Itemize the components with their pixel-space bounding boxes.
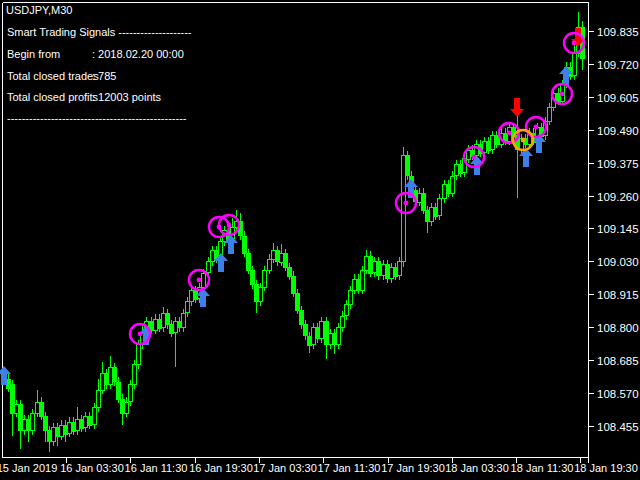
candle-body — [48, 430, 52, 441]
candle-body — [105, 373, 109, 384]
candle-body — [377, 261, 381, 275]
candle-body — [207, 261, 211, 272]
price-axis-label: 109.145 — [597, 223, 639, 235]
candle-body — [284, 253, 288, 267]
info-row-total-trades: Total closed trades: 785 — [7, 70, 116, 82]
candle-body — [166, 313, 170, 324]
candle-body — [117, 382, 121, 399]
candle-body — [31, 413, 35, 430]
candle-body — [304, 324, 308, 335]
candle-body — [56, 427, 60, 436]
candle-body — [60, 425, 64, 436]
candle-body — [247, 253, 251, 270]
candle-body — [296, 293, 300, 310]
candle-body — [422, 193, 426, 210]
candle-body — [93, 407, 97, 424]
candle-body — [329, 333, 333, 344]
candle-body — [365, 256, 369, 270]
candle-body — [320, 321, 324, 338]
info-label: Begin from — [7, 48, 92, 60]
candle-body — [23, 419, 27, 430]
candle-body — [353, 279, 357, 290]
candle-body — [68, 422, 72, 433]
time-axis-label: 18 Jan 11:30 — [511, 462, 574, 474]
candle-body — [133, 364, 137, 384]
time-axis-label: 16 Jan 11:30 — [125, 462, 188, 474]
candle-body — [276, 250, 280, 261]
candle-body — [125, 402, 129, 413]
trade-exit-circle-icon-dot — [534, 125, 539, 130]
info-label: Total closed profits — [7, 91, 92, 103]
candle-body — [255, 284, 259, 301]
candle-body — [150, 321, 154, 330]
candle-body — [382, 264, 386, 275]
candle-body — [316, 327, 320, 338]
candle-body — [300, 310, 304, 324]
candle-body — [369, 256, 373, 273]
candle-body — [341, 316, 345, 327]
candle-body — [7, 379, 11, 388]
candle-body — [211, 250, 215, 261]
candle-body — [259, 287, 263, 301]
sell-arrow-icon — [510, 98, 524, 117]
candle-body — [15, 404, 19, 413]
info-value: : 785 — [92, 70, 116, 82]
candle-body — [97, 390, 101, 407]
candle-body — [349, 290, 353, 304]
candle-body — [390, 267, 394, 278]
trade-exit-circle-icon-dot — [572, 41, 577, 46]
candle-body — [337, 327, 341, 344]
candle-body — [398, 261, 402, 275]
candle-body — [190, 290, 194, 301]
candle-body — [573, 52, 577, 75]
info-value: : 12003 points — [92, 91, 161, 103]
candle-body — [373, 261, 377, 272]
candle-body — [27, 419, 31, 430]
candle-body — [418, 193, 422, 202]
trade-exit-circle-icon-dot — [507, 131, 512, 136]
candle-body — [308, 336, 312, 345]
info-row-total-profits: Total closed profits: 12003 points — [7, 91, 161, 103]
candle-body — [170, 324, 174, 333]
candle-body — [292, 276, 296, 293]
candle-body — [162, 313, 166, 327]
candle-body — [361, 270, 365, 290]
trade-exit-circle-icon-dot — [138, 332, 143, 337]
candle-body — [548, 107, 552, 121]
candle-body — [268, 259, 272, 270]
candle-body — [430, 207, 434, 221]
candle-body — [426, 210, 430, 221]
candle-body — [487, 141, 491, 150]
candle-body — [202, 273, 206, 287]
candle-body — [272, 250, 276, 259]
price-axis-label: 108.685 — [597, 355, 639, 367]
candle-body — [406, 155, 410, 175]
candle-body — [434, 207, 438, 216]
candle-body — [80, 419, 84, 428]
candle-body — [154, 319, 158, 330]
candle-body — [88, 416, 92, 425]
time-axis-label: 17 Jan 11:30 — [318, 462, 381, 474]
price-axis-label: 108.800 — [597, 322, 639, 334]
candle-body — [443, 184, 447, 198]
price-axis-label: 108.915 — [597, 289, 639, 301]
candle-body — [186, 301, 190, 312]
candle-body — [44, 416, 48, 430]
candle-body — [333, 333, 337, 344]
price-axis-label: 108.570 — [597, 388, 639, 400]
candle-body — [174, 321, 178, 332]
indicator-separator-line: ----------------------------------------… — [7, 112, 187, 124]
candle-body — [447, 184, 451, 193]
candle-body — [455, 164, 459, 175]
candle-body — [64, 425, 68, 434]
time-axis-label: 16 Jan 19:30 — [189, 462, 253, 474]
candle-body — [263, 270, 267, 287]
candle-body — [459, 164, 463, 173]
price-axis-label: 109.490 — [597, 125, 639, 137]
info-label: Total closed trades — [7, 70, 92, 82]
candle-body — [451, 176, 455, 193]
time-axis-label: 17 Jan 19:30 — [381, 462, 445, 474]
trade-exit-circle-icon-dot — [472, 155, 477, 160]
time-axis-label: 18 Jan 03:30 — [445, 462, 509, 474]
candle-body — [194, 290, 198, 299]
